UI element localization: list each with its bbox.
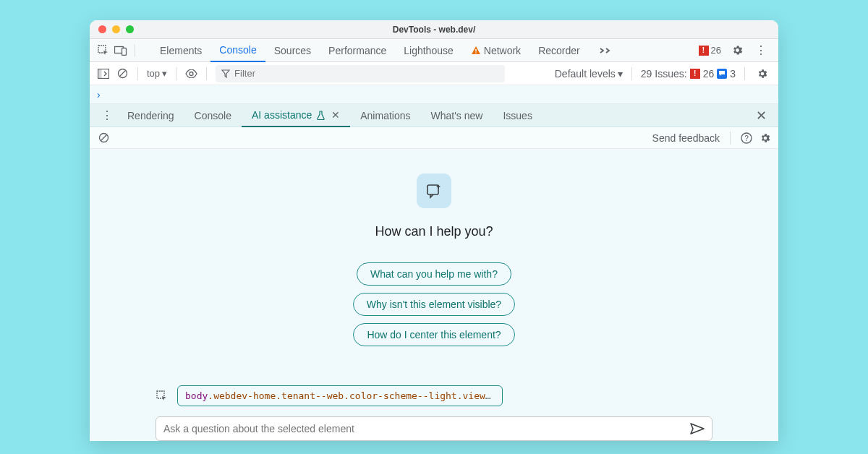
tab-performance[interactable]: Performance: [320, 39, 395, 62]
ai-chat-icon: [417, 174, 451, 208]
sidebar-toggle-icon[interactable]: [97, 67, 110, 80]
suggestion-button-0[interactable]: What can you help me with?: [357, 262, 511, 286]
svg-point-9: [190, 72, 193, 75]
issues-label: 29 Issues:: [641, 68, 687, 80]
device-toolbar-icon[interactable]: [114, 44, 127, 57]
tab-elements[interactable]: Elements: [151, 39, 210, 62]
filter-field[interactable]: [216, 65, 505, 82]
context-row: body.webdev-home.tenant--web.color-schem…: [156, 385, 712, 406]
svg-text:?: ?: [744, 134, 749, 142]
ai-heading: How can I help you?: [375, 224, 493, 239]
message-badge-icon: [717, 69, 727, 79]
suggestion-button-1[interactable]: Why isn't this element visible?: [353, 293, 515, 316]
tab-sources[interactable]: Sources: [265, 39, 320, 62]
live-expression-icon[interactable]: [185, 69, 197, 78]
svg-rect-3: [475, 49, 476, 52]
console-settings-icon[interactable]: [754, 68, 771, 80]
levels-selector[interactable]: Default levels ▾: [555, 68, 623, 80]
svg-rect-2: [122, 48, 127, 55]
svg-rect-6: [98, 69, 102, 78]
close-tab-icon[interactable]: ✕: [331, 109, 340, 121]
element-tag: body: [185, 390, 208, 401]
drawer-tab-console[interactable]: Console: [184, 104, 242, 127]
context-selector[interactable]: top ▾: [147, 68, 167, 79]
element-classes: .webdev-home.tenant--web.color-scheme--l…: [208, 390, 503, 401]
ai-toolbar: Send feedback ?: [90, 127, 778, 149]
filter-icon: [221, 69, 230, 78]
ai-settings-icon[interactable]: [760, 132, 771, 144]
error-badge-icon: !: [699, 46, 709, 56]
ask-input-row: [156, 416, 712, 441]
close-drawer-icon[interactable]: ✕: [752, 108, 771, 124]
ask-input[interactable]: [163, 423, 690, 434]
filter-input[interactable]: [234, 68, 499, 79]
inspect-element-icon[interactable]: [156, 390, 169, 403]
drawer-tab-whats-new[interactable]: What's new: [421, 104, 493, 127]
console-prompt[interactable]: ›: [90, 85, 778, 104]
issues-link[interactable]: 29 Issues: ! 26 3: [641, 68, 736, 80]
svg-line-11: [101, 135, 106, 141]
send-feedback-link[interactable]: Send feedback: [652, 132, 720, 144]
console-toolbar: top ▾ Default levels ▾ 29 Issues: ! 26 3: [90, 62, 778, 85]
error-badge-icon: !: [690, 69, 700, 79]
more-tabs-icon[interactable]: [593, 46, 618, 55]
drawer-tab-animations[interactable]: Animations: [350, 104, 420, 127]
error-count-button[interactable]: ! 26: [696, 43, 724, 57]
chevron-down-icon: ▾: [618, 68, 623, 80]
svg-line-8: [119, 71, 125, 77]
titlebar: DevTools - web.dev/: [90, 20, 778, 39]
devtools-window: DevTools - web.dev/ Elements Console Sou…: [90, 20, 778, 441]
error-count-value: 26: [711, 45, 721, 56]
settings-icon[interactable]: [728, 44, 746, 56]
clear-ai-icon[interactable]: [97, 132, 110, 145]
tab-console[interactable]: Console: [210, 39, 265, 62]
suggestion-button-2[interactable]: How do I center this element?: [353, 323, 514, 346]
chevron-down-icon: ▾: [162, 68, 167, 79]
chevron-right-icon: ›: [97, 89, 101, 100]
flask-icon: [316, 111, 326, 120]
drawer-tabs: ⋮ Rendering Console AI assistance ✕ Anim…: [90, 104, 778, 127]
svg-rect-4: [475, 52, 476, 53]
tab-lighthouse[interactable]: Lighthouse: [395, 39, 462, 62]
warning-icon: [471, 46, 481, 56]
kebab-menu-icon[interactable]: ⋮: [751, 43, 771, 57]
tab-network[interactable]: Network: [462, 39, 529, 62]
issues-message-count: 3: [730, 68, 736, 80]
issues-error-count: 26: [703, 68, 715, 80]
drawer-tab-issues[interactable]: Issues: [493, 104, 542, 127]
tab-recorder[interactable]: Recorder: [529, 39, 589, 62]
main-toolbar: Elements Console Sources Performance Lig…: [90, 39, 778, 62]
window-title: DevTools - web.dev/: [90, 25, 778, 35]
drawer-tab-rendering[interactable]: Rendering: [117, 104, 184, 127]
main-tabs: Elements Console Sources Performance Lig…: [151, 39, 589, 62]
help-icon[interactable]: ?: [741, 132, 752, 144]
selected-element-chip[interactable]: body.webdev-home.tenant--web.color-schem…: [177, 385, 503, 406]
drawer-kebab-icon[interactable]: ⋮: [97, 108, 117, 122]
send-icon[interactable]: [690, 423, 705, 434]
drawer-tab-ai-assistance[interactable]: AI assistance ✕: [242, 104, 350, 127]
ai-panel: How can I help you? What can you help me…: [90, 149, 778, 441]
inspect-element-icon[interactable]: [97, 44, 110, 57]
clear-console-icon[interactable]: [116, 67, 129, 80]
